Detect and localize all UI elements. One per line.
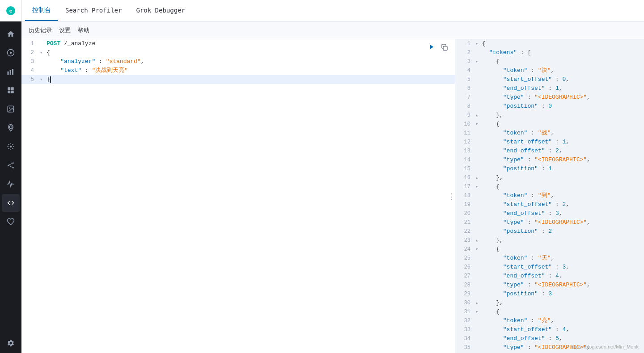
editor-toolbar xyxy=(426,42,449,52)
app-logo: e xyxy=(0,0,21,21)
output-line-6: 6 "end_offset" : 1, xyxy=(455,84,644,93)
sidebar-icon-canvas[interactable] xyxy=(2,100,20,118)
top-nav: e 控制台 Search Profiler Grok Debugger xyxy=(0,0,644,21)
line-num-4: 4 xyxy=(21,66,38,75)
sidebar-icon-maps[interactable] xyxy=(2,119,20,137)
right-panel: 1 ▾ { 2 "tokens" : [ 3 ▾ { 4 xyxy=(455,39,644,353)
sidebar-icon-dashboard[interactable] xyxy=(2,81,20,99)
svg-rect-4 xyxy=(8,71,9,75)
output-line-30: 30 ▴ }, xyxy=(455,298,644,307)
secondary-nav: 历史记录 设置 帮助 xyxy=(21,21,644,39)
output-line-11: 11 "token" : "战", xyxy=(455,129,644,138)
editor-line-5: 5 ▾ } xyxy=(21,75,455,84)
editor-section: 1 POST /_analyze 2 ▾ { 3 "anal xyxy=(21,39,644,353)
output-line-29: 29 "position" : 3 xyxy=(455,290,644,298)
editor-line-3: 3 "analyzer" : "standard", xyxy=(21,57,455,66)
output-line-26: 26 "start_offset" : 3, xyxy=(455,263,644,272)
output-line-1: 1 ▾ { xyxy=(455,39,644,48)
secondary-nav-help[interactable]: 帮助 xyxy=(78,25,89,36)
copy-button[interactable] xyxy=(440,42,449,52)
content-area: 历史记录 设置 帮助 1 POST /_analyze 2 xyxy=(21,21,644,353)
editor-line-4: 4 "text" : "决战到天亮" xyxy=(21,66,455,75)
svg-rect-7 xyxy=(8,87,10,90)
sidebar-icon-discover[interactable] xyxy=(2,44,20,62)
line-content-2: { xyxy=(45,48,455,57)
panel-resize-handle[interactable]: ⋮⋮ xyxy=(453,39,455,353)
line-num-2: 2 xyxy=(21,48,38,57)
svg-point-16 xyxy=(13,162,14,164)
svg-point-13 xyxy=(9,126,12,129)
output-line-9: 9 ▴ }, xyxy=(455,111,644,120)
editor-line-2: 2 ▾ { xyxy=(21,48,455,57)
svg-rect-8 xyxy=(11,87,14,90)
line-num-1: 1 xyxy=(21,39,38,48)
output-line-13: 13 "end_offset" : 2, xyxy=(455,147,644,155)
sidebar-icon-devtools[interactable] xyxy=(2,194,20,212)
output-line-10: 10 ▾ { xyxy=(455,120,644,129)
output-line-17: 17 ▾ { xyxy=(455,182,644,191)
sidebar-icon-ml[interactable] xyxy=(2,138,20,155)
output-line-3: 3 ▾ { xyxy=(455,57,644,66)
sidebar-icon-graph[interactable] xyxy=(2,156,20,174)
output-line-18: 18 "token" : "到", xyxy=(455,191,644,200)
sidebar-icon-home[interactable] xyxy=(2,25,20,43)
svg-rect-20 xyxy=(443,46,447,50)
main-layout: 历史记录 设置 帮助 1 POST /_analyze 2 xyxy=(0,21,644,353)
svg-point-12 xyxy=(9,107,10,109)
output-line-24: 24 ▾ { xyxy=(455,245,644,254)
run-button[interactable] xyxy=(426,42,436,52)
svg-point-15 xyxy=(8,165,9,166)
svg-point-3 xyxy=(10,52,12,54)
line-content-5: } xyxy=(45,75,455,84)
output-line-16: 16 ▴ }, xyxy=(455,173,644,182)
svg-rect-5 xyxy=(10,70,11,75)
svg-text:e: e xyxy=(9,8,12,14)
secondary-nav-history[interactable]: 历史记录 xyxy=(29,25,52,36)
output-line-4: 4 "token" : "决", xyxy=(455,66,644,75)
line-fold-5[interactable]: ▾ xyxy=(38,75,45,84)
output-line-8: 8 "position" : 0 xyxy=(455,102,644,111)
code-editor[interactable]: 1 POST /_analyze 2 ▾ { 3 "anal xyxy=(21,39,455,353)
sidebar xyxy=(0,21,21,353)
line-num-5: 5 xyxy=(21,75,38,84)
sidebar-icon-monitoring[interactable] xyxy=(2,213,20,231)
tab-console[interactable]: 控制台 xyxy=(25,0,58,21)
output-line-32: 32 "token" : "亮", xyxy=(455,316,644,325)
top-nav-tabs: 控制台 Search Profiler Grok Debugger xyxy=(21,0,192,21)
output-line-34: 34 "end_offset" : 5, xyxy=(455,334,644,343)
line-content-4: "text" : "决战到天亮" xyxy=(45,66,455,75)
sidebar-icon-apm[interactable] xyxy=(2,175,20,193)
output-line-20: 20 "end_offset" : 3, xyxy=(455,209,644,218)
line-content-3: "analyzer" : "standard", xyxy=(45,57,455,66)
svg-rect-10 xyxy=(11,91,14,93)
watermark: https://blog.csdn.net/Min_Monk xyxy=(571,344,639,349)
output-line-31: 31 ▾ { xyxy=(455,307,644,316)
output-line-7: 7 "type" : "<IDEOGRAPHIC>", xyxy=(455,93,644,102)
output-line-25: 25 "token" : "天", xyxy=(455,254,644,263)
svg-point-17 xyxy=(13,167,14,168)
line-fold-2[interactable]: ▾ xyxy=(38,48,45,57)
output-line-19: 19 "start_offset" : 2, xyxy=(455,200,644,209)
output-line-27: 27 "end_offset" : 4, xyxy=(455,272,644,281)
sidebar-icon-visualize[interactable] xyxy=(2,63,20,80)
line-num-3: 3 xyxy=(21,57,38,66)
svg-point-14 xyxy=(10,146,12,148)
svg-rect-9 xyxy=(8,91,10,93)
output-line-5: 5 "start_offset" : 0, xyxy=(455,75,644,84)
output-line-23: 23 ▴ }, xyxy=(455,236,644,245)
output-line-22: 22 "position" : 2 xyxy=(455,227,644,236)
secondary-nav-settings[interactable]: 设置 xyxy=(59,25,71,36)
sidebar-icon-settings[interactable] xyxy=(2,334,20,352)
editor-line-1: 1 POST /_analyze xyxy=(21,39,455,48)
tab-grok-debugger[interactable]: Grok Debugger xyxy=(129,0,192,21)
output-line-28: 28 "type" : "<IDEOGRAPHIC>", xyxy=(455,281,644,290)
svg-line-18 xyxy=(9,164,13,165)
output-line-21: 21 "type" : "<IDEOGRAPHIC>", xyxy=(455,218,644,227)
output-line-14: 14 "type" : "<IDEOGRAPHIC>", xyxy=(455,155,644,164)
tab-search-profiler[interactable]: Search Profiler xyxy=(58,0,129,21)
output-line-15: 15 "position" : 1 xyxy=(455,164,644,173)
output-line-2: 2 "tokens" : [ xyxy=(455,48,644,57)
svg-rect-6 xyxy=(12,69,13,75)
output-line-12: 12 "start_offset" : 1, xyxy=(455,138,644,147)
line-content-1: POST /_analyze xyxy=(45,39,455,48)
